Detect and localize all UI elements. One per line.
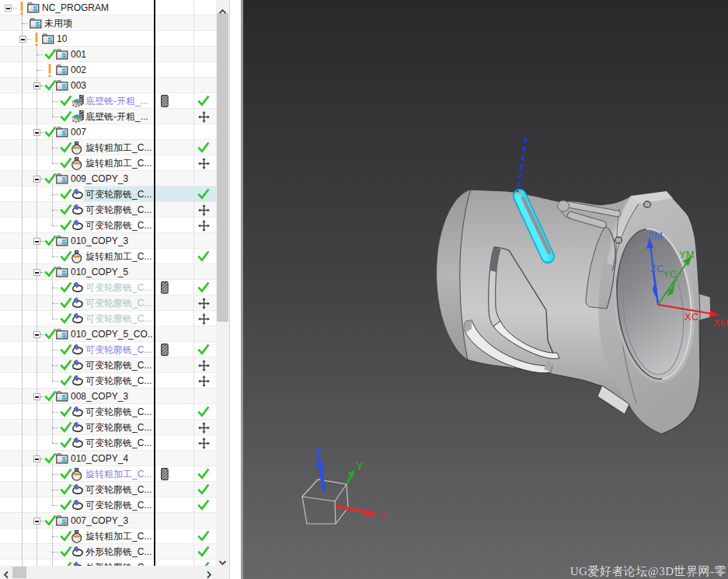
svg-text:YM: YM xyxy=(679,249,695,260)
svg-text:XC: XC xyxy=(684,311,698,323)
svg-text:X: X xyxy=(381,509,388,521)
svg-text:XM: XM xyxy=(713,317,728,329)
svg-text:ZC: ZC xyxy=(650,263,664,274)
svg-text:Z: Z xyxy=(315,448,322,460)
svg-text:Y: Y xyxy=(356,460,364,473)
svg-text:ZM: ZM xyxy=(648,230,663,242)
svg-text:YC: YC xyxy=(663,268,677,280)
svg-text:UG爱好者论坛@3D世界网-零: UG爱好者论坛@3D世界网-零 xyxy=(570,565,726,577)
